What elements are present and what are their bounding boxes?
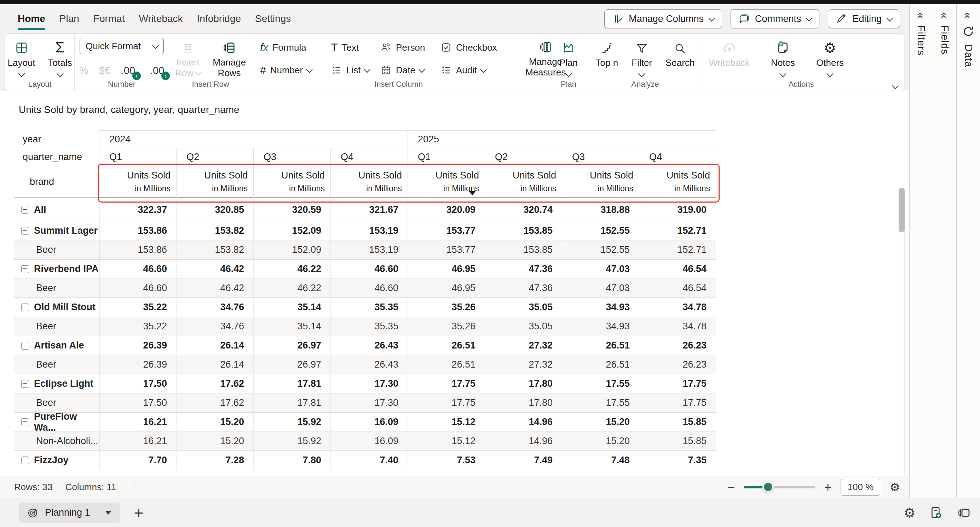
audit-column-button[interactable]: Audit [441,64,515,76]
value-cell[interactable]: 15.20 [562,431,639,450]
sidebar-panel-filters[interactable]: « Filters [909,4,933,498]
value-cell[interactable]: 7.28 [176,450,253,470]
tab-caret-icon[interactable] [105,511,111,514]
value-cell[interactable]: 46.60 [331,278,407,297]
value-cell[interactable]: 16.21 [99,431,176,450]
value-cell[interactable]: 26.14 [176,355,253,374]
quarter-header[interactable]: Q1 [407,148,485,166]
value-cell[interactable]: 34.93 [562,317,639,336]
value-cell[interactable]: 46.22 [253,278,331,297]
value-cell[interactable]: 27.32 [485,355,562,374]
value-cell[interactable]: 17.75 [407,393,485,412]
collapse-icon[interactable] [21,265,29,273]
value-cell[interactable]: 15.85 [639,431,716,450]
value-cell[interactable]: 35.05 [485,317,562,336]
value-cell[interactable]: 17.55 [562,393,639,412]
value-cell[interactable]: 15.12 [407,431,485,450]
value-cell[interactable]: 17.50 [99,393,176,412]
value-cell[interactable]: 17.55 [562,374,639,393]
quarter-header[interactable]: Q3 [253,148,331,166]
value-cell[interactable]: 35.22 [99,317,176,336]
year-header[interactable]: 2024 [99,130,407,148]
collapse-icon[interactable] [21,227,29,235]
value-cell[interactable]: 152.55 [562,221,639,240]
value-cell[interactable]: 46.42 [176,259,253,278]
value-cell[interactable]: 320.74 [485,198,562,221]
value-cell[interactable]: 46.95 [407,259,485,278]
quarter-header[interactable]: Q4 [639,148,716,166]
value-cell[interactable]: 153.85 [485,221,562,240]
value-cell[interactable]: 35.26 [407,317,485,336]
sidebar-panel-fields[interactable]: « Fields [933,4,957,498]
value-cell[interactable]: 26.23 [639,355,716,374]
value-cell[interactable]: 17.50 [99,374,176,393]
row-header[interactable]: Beer [14,393,99,412]
value-cell[interactable]: 47.36 [485,259,562,278]
menu-format[interactable]: Format [94,13,125,24]
value-cell[interactable]: 152.55 [562,240,639,259]
quarter-header[interactable]: Q2 [176,148,253,166]
value-cell[interactable]: 35.35 [331,297,407,317]
value-cell[interactable]: 16.09 [331,431,407,450]
row-header[interactable]: Old Mill Stout [14,297,99,317]
quarter-header[interactable]: Q2 [485,148,562,166]
row-header[interactable]: Beer [14,240,99,259]
collapse-icon[interactable] [21,342,29,350]
manage-columns-button[interactable]: Manage Columns [604,9,722,28]
value-cell[interactable]: 320.59 [253,198,331,221]
menu-plan[interactable]: Plan [59,13,79,24]
value-cell[interactable]: 153.19 [331,221,407,240]
sheet-tab-planning-1[interactable]: Planning 1 [19,503,120,523]
value-cell[interactable]: 26.39 [99,355,176,374]
value-cell[interactable]: 17.81 [253,393,331,412]
value-cell[interactable]: 153.82 [176,221,253,240]
row-header[interactable]: Beer [14,278,99,297]
value-cell[interactable]: 46.54 [639,278,716,297]
measure-header[interactable]: Units Soldin Millions [176,166,253,198]
value-cell[interactable]: 17.62 [176,393,253,412]
value-cell[interactable]: 26.51 [407,355,485,374]
editing-mode-button[interactable]: Editing [828,9,900,28]
value-cell[interactable]: 15.92 [253,431,331,450]
value-cell[interactable]: 26.23 [639,336,716,355]
value-cell[interactable]: 153.82 [176,240,253,259]
value-cell[interactable]: 34.76 [176,297,253,317]
value-cell[interactable]: 17.75 [639,374,716,393]
value-cell[interactable]: 15.85 [639,412,716,431]
value-cell[interactable]: 17.75 [407,374,485,393]
workbook-settings-gear-icon[interactable]: ⚙ [904,506,916,519]
collapse-icon[interactable] [21,303,29,311]
zoom-slider[interactable] [744,486,815,489]
value-cell[interactable]: 17.80 [485,393,562,412]
add-sheet-button[interactable]: + [134,505,144,521]
sidebar-panel-data[interactable]: « Data [956,4,980,498]
refresh-icon[interactable] [962,25,975,38]
collapse-icon[interactable] [21,418,29,426]
value-cell[interactable]: 26.97 [253,355,331,374]
value-cell[interactable]: 17.75 [639,393,716,412]
value-cell[interactable]: 26.39 [99,336,176,355]
collapse-icon[interactable] [21,206,29,214]
value-cell[interactable]: 46.95 [407,278,485,297]
value-cell[interactable]: 14.96 [485,431,562,450]
checkbox-column-button[interactable]: Checkbox [441,42,515,53]
currency-format-button[interactable]: $€ [99,65,110,77]
views-layers-icon[interactable] [957,506,971,520]
value-cell[interactable]: 46.54 [639,259,716,278]
year-header[interactable]: 2025 [407,130,716,148]
comments-button[interactable]: Comments [730,9,820,28]
value-cell[interactable]: 153.77 [407,221,485,240]
row-header[interactable]: FizzJoy [14,450,99,470]
value-cell[interactable]: 17.62 [176,374,253,393]
value-cell[interactable]: 15.20 [562,412,639,431]
quarter-header[interactable]: Q4 [331,148,407,166]
decrease-decimal-button[interactable]: .00‹ [121,65,135,77]
measure-header[interactable]: Units Soldin Millions [253,166,331,198]
increase-decimal-button[interactable]: .00› [150,65,164,77]
collapse-icon[interactable] [21,457,29,464]
value-cell[interactable]: 16.21 [99,412,176,431]
menu-infobridge[interactable]: Infobridge [197,13,241,24]
value-cell[interactable]: 35.05 [485,297,562,317]
value-cell[interactable]: 7.48 [562,450,639,470]
value-cell[interactable]: 319.00 [639,198,716,221]
